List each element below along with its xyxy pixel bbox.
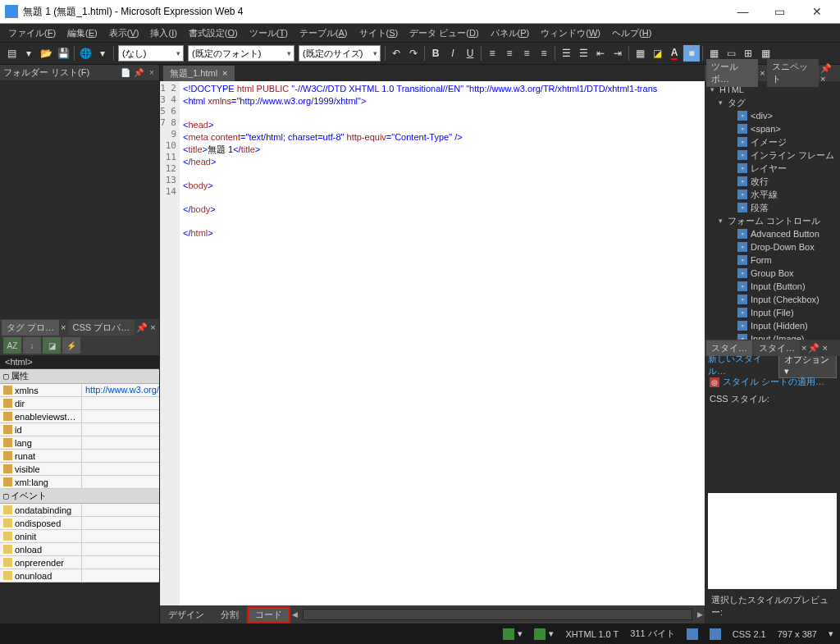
menu-d[interactable]: データ ビュー(D) xyxy=(404,25,483,41)
style-dropdown[interactable]: (なし) xyxy=(118,45,184,62)
status-doctype[interactable]: XHTML 1.0 T xyxy=(565,629,619,639)
status-css-mode[interactable] xyxy=(710,628,721,640)
chevron-right-icon[interactable]: ▶ xyxy=(696,610,705,619)
toolbox-item[interactable]: ▫改行 xyxy=(705,175,840,188)
tag-breadcrumb[interactable]: <html> xyxy=(0,355,159,369)
code-view-tab[interactable]: コード xyxy=(247,606,290,623)
pin-icon[interactable]: 📌 xyxy=(136,322,148,332)
folder-body[interactable] xyxy=(0,81,159,317)
show-events-icon[interactable]: ⚡ xyxy=(62,337,80,354)
redo-icon[interactable]: ↷ xyxy=(405,45,422,62)
split-view-tab[interactable]: 分割 xyxy=(212,606,247,623)
new-folder-icon[interactable]: 📄 xyxy=(120,67,131,79)
property-row[interactable]: xml:lang xyxy=(0,476,159,489)
sort-category-icon[interactable]: ↓ xyxy=(23,337,41,354)
style-manage-tab[interactable]: スタイ… xyxy=(706,340,752,356)
menu-a[interactable]: テーブル(A) xyxy=(294,25,353,41)
menu-f[interactable]: ファイル(F) xyxy=(3,25,61,41)
bold-icon[interactable]: B xyxy=(427,45,444,62)
property-row[interactable]: enableviewst… xyxy=(0,410,159,423)
status-visual-aids[interactable]: ▾ xyxy=(503,628,523,640)
close-tab-icon[interactable]: × xyxy=(222,68,227,78)
property-row[interactable]: onload xyxy=(0,543,159,556)
align-right-icon[interactable]: ≡ xyxy=(518,45,535,62)
toolbox-item[interactable]: ▫Input (Checkbox) xyxy=(705,293,840,306)
toolbox-item[interactable]: ▫<span> xyxy=(705,122,840,135)
show-set-icon[interactable]: ◪ xyxy=(43,337,61,354)
status-zoom-icon[interactable]: ▾ xyxy=(829,628,833,639)
toolbox-tab[interactable]: ツールボ… xyxy=(706,59,758,87)
property-row[interactable]: xmlnshttp://www.w3.org/… xyxy=(0,384,159,397)
close-tab-icon[interactable]: × xyxy=(760,68,765,78)
pin-icon[interactable]: 📌 xyxy=(820,63,832,73)
border-icon[interactable]: ▦ xyxy=(632,45,648,62)
code-body[interactable]: <!DOCTYPE html PUBLIC "-//W3C//DTD XHTML… xyxy=(180,81,705,605)
font-dropdown[interactable]: (既定のフォント) xyxy=(188,45,294,62)
number-list-icon[interactable]: ☰ xyxy=(575,45,591,62)
toolbox-item[interactable]: ▫Form xyxy=(705,253,840,267)
property-row[interactable]: lang xyxy=(0,436,159,450)
maximize-button[interactable]: ▭ xyxy=(761,0,798,23)
open-folder-icon[interactable]: 📂 xyxy=(38,45,54,62)
menu-v[interactable]: 表示(V) xyxy=(104,25,144,41)
status-dimensions[interactable]: 797 x 387 xyxy=(778,629,817,639)
pin-icon[interactable]: 📌 xyxy=(808,343,819,353)
toolbox-item[interactable]: ▫Input (Image) xyxy=(705,332,840,340)
property-row[interactable]: dir xyxy=(0,397,159,410)
code-editor[interactable]: 1 2 3 4 5 6 7 8 9 10 11 12 13 14 <!DOCTY… xyxy=(160,81,705,605)
sort-alpha-icon[interactable]: AZ xyxy=(3,337,21,354)
toolbox-item[interactable]: ▫イメージ xyxy=(705,135,840,148)
property-group[interactable]: ▢ 属性 xyxy=(0,369,159,384)
align-left-icon[interactable]: ≡ xyxy=(484,45,500,62)
attach-css-icon[interactable]: ◎ xyxy=(710,377,719,387)
toolbox-item[interactable]: ▫段落 xyxy=(705,201,840,214)
menu-o[interactable]: 書式設定(O) xyxy=(184,25,243,41)
property-row[interactable]: ondatabinding xyxy=(0,504,159,517)
browse-icon[interactable]: 🌐 xyxy=(77,45,94,62)
menu-s[interactable]: サイト(S) xyxy=(354,25,404,41)
toolbox-item[interactable]: ▫水平線 xyxy=(705,188,840,201)
close-tab-icon[interactable]: × xyxy=(61,322,66,332)
save-icon[interactable]: 💾 xyxy=(55,45,71,62)
close-button[interactable]: ✕ xyxy=(798,0,835,23)
toolbox-item[interactable]: ▾フォーム コントロール xyxy=(705,214,840,227)
pin-icon[interactable]: 📌 xyxy=(133,67,144,79)
close-panel-icon[interactable]: × xyxy=(820,74,825,84)
toolbox-item[interactable]: ▫Input (File) xyxy=(705,306,840,319)
new-page-icon[interactable]: ▤ xyxy=(3,45,20,62)
style-apply-tab[interactable]: スタイ… xyxy=(754,340,800,356)
property-row[interactable]: ondisposed xyxy=(0,517,159,530)
menu-w[interactable]: ウィンドウ(W) xyxy=(536,25,605,41)
document-tab[interactable]: 無題_1.html × xyxy=(163,66,235,81)
align-center-icon[interactable]: ≡ xyxy=(501,45,518,62)
toolbox-item[interactable]: ▫インライン フレーム xyxy=(705,148,840,162)
highlight-icon[interactable]: ◪ xyxy=(649,45,665,62)
menu-t[interactable]: ツール(T) xyxy=(244,25,293,41)
snippets-tab[interactable]: スニペット xyxy=(767,59,819,87)
underline-icon[interactable]: U xyxy=(462,45,478,62)
property-row[interactable]: visible xyxy=(0,463,159,476)
minimize-button[interactable]: — xyxy=(724,0,761,23)
menu-i[interactable]: 挿入(I) xyxy=(145,25,181,41)
toolbox-item[interactable]: ▾タグ xyxy=(705,96,840,109)
design-view-tab[interactable]: デザイン xyxy=(160,606,212,623)
indent-icon[interactable]: ⇥ xyxy=(609,45,626,62)
font-color-icon[interactable]: A xyxy=(666,45,682,62)
italic-icon[interactable]: I xyxy=(445,45,461,62)
status-compat[interactable]: ▾ xyxy=(534,628,554,640)
status-html-mode[interactable] xyxy=(687,628,698,640)
toolbox-item[interactable]: ▫Drop-Down Box xyxy=(705,240,840,253)
apply-stylesheet-link[interactable]: スタイル シートの適用… xyxy=(723,376,824,388)
property-group[interactable]: ▢ イベント xyxy=(0,489,159,504)
fill-color-icon[interactable]: ■ xyxy=(683,45,700,62)
close-tab-icon[interactable]: × xyxy=(801,343,806,353)
toolbox-item[interactable]: ▫Input (Hidden) xyxy=(705,319,840,332)
open-icon[interactable]: ▾ xyxy=(21,45,37,62)
outdent-icon[interactable]: ⇤ xyxy=(592,45,609,62)
menu-e[interactable]: 編集(E) xyxy=(62,25,103,41)
toolbox-item[interactable]: ▫レイヤー xyxy=(705,162,840,175)
style-list-body[interactable] xyxy=(708,493,837,590)
chevron-left-icon[interactable]: ◀ xyxy=(290,610,299,619)
close-panel-icon[interactable]: × xyxy=(150,322,155,332)
property-row[interactable]: onunload xyxy=(0,569,159,582)
